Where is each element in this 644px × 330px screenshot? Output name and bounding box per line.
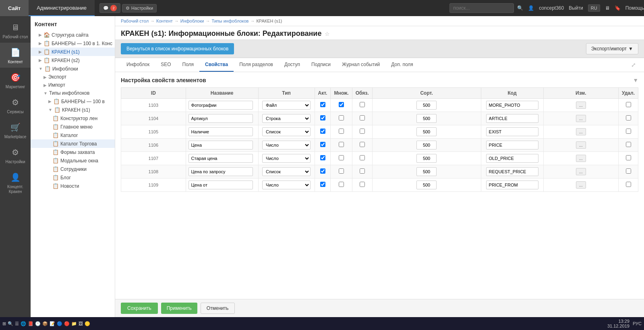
- nav-item-constructor[interactable]: 📋 Конструктор лен: [31, 114, 115, 122]
- tab-event-log[interactable]: Журнал событий: [336, 58, 385, 72]
- type-select[interactable]: ФайлСтрокаСписокЧислоЭлемент привязки: [262, 167, 311, 176]
- active-checkbox[interactable]: [320, 129, 325, 134]
- search-input[interactable]: [449, 3, 514, 13]
- name-input[interactable]: [188, 101, 253, 110]
- sort-input[interactable]: [416, 167, 437, 176]
- name-input[interactable]: [188, 114, 253, 123]
- taskbar-icon-4[interactable]: 📝: [50, 321, 55, 326]
- delete-checkbox[interactable]: [626, 115, 631, 120]
- favorite-star-icon[interactable]: ☆: [325, 31, 330, 37]
- breadcrumb-types[interactable]: Типы инфоблоков: [211, 19, 248, 23]
- edit-button[interactable]: ...: [576, 155, 586, 162]
- delete-checkbox[interactable]: [626, 142, 631, 147]
- tab-subscriptions[interactable]: Подписи: [306, 58, 336, 72]
- type-select[interactable]: ФайлСтрокаСписокЧислоЭлемент привязки: [262, 127, 311, 136]
- name-input[interactable]: [188, 141, 253, 149]
- nav-item-kraken-type[interactable]: ▼ 📋 КРАКЕН (s1): [31, 106, 115, 114]
- edit-button[interactable]: ...: [576, 181, 586, 189]
- back-button[interactable]: Вернуться в список информационных блоков: [121, 43, 234, 54]
- code-input[interactable]: [486, 167, 538, 176]
- code-input[interactable]: [486, 181, 538, 189]
- nav-item-catalog-trade[interactable]: 📋 Каталог Торгова: [31, 139, 115, 148]
- required-checkbox[interactable]: [360, 168, 365, 174]
- save-button[interactable]: Сохранить: [121, 303, 158, 314]
- sidebar-item-content[interactable]: 📄 Контент: [0, 43, 31, 68]
- multiple-checkbox[interactable]: [339, 142, 344, 147]
- apply-button[interactable]: Применить: [161, 303, 197, 314]
- nav-item-staff[interactable]: 📋 Сотрудники: [31, 165, 115, 173]
- sidebar-item-desktop[interactable]: 🖥 Рабочий стол: [0, 18, 31, 43]
- edit-button[interactable]: ...: [576, 128, 586, 135]
- multiple-checkbox[interactable]: [339, 182, 344, 187]
- type-select[interactable]: ФайлСтрокаСписокЧислоЭлемент привязки: [262, 141, 311, 149]
- tab-access[interactable]: Доступ: [279, 58, 306, 72]
- nav-item-news[interactable]: 📋 Новости: [31, 182, 115, 190]
- delete-checkbox[interactable]: [626, 155, 631, 160]
- search-taskbar-icon[interactable]: 🔍: [8, 321, 13, 326]
- active-checkbox[interactable]: [320, 102, 325, 107]
- edit-button[interactable]: ...: [576, 168, 586, 175]
- type-select[interactable]: ФайлСтрокаСписокЧислоЭлемент привязки: [262, 114, 311, 123]
- code-input[interactable]: [486, 141, 538, 149]
- sidebar-item-marketplace[interactable]: 🛒 Marketplace: [0, 118, 31, 143]
- admin-tab[interactable]: Администрирование: [29, 0, 95, 16]
- nav-item-blog[interactable]: 📋 Блог: [31, 173, 115, 182]
- name-input[interactable]: [188, 181, 253, 189]
- nav-item-modals[interactable]: 📋 Модальные окна: [31, 156, 115, 165]
- sidebar-item-concept[interactable]: 👤 Концепт. Кракен: [0, 168, 31, 197]
- code-input[interactable]: [486, 101, 538, 110]
- name-input[interactable]: [188, 154, 253, 163]
- taskbar-icon-3[interactable]: 📦: [42, 321, 48, 326]
- start-icon[interactable]: ⊞: [2, 321, 6, 326]
- nav-item-banners[interactable]: ▶ 📋 БАННЕРЫ — 100 в 1. Конс: [31, 39, 115, 48]
- sort-input[interactable]: [416, 141, 437, 149]
- edit-button[interactable]: ...: [576, 141, 586, 149]
- multiple-checkbox[interactable]: [339, 129, 344, 134]
- active-checkbox[interactable]: [320, 115, 325, 120]
- nav-item-catalog[interactable]: 📋 Каталог: [31, 131, 115, 139]
- search-icon[interactable]: 🔍: [517, 5, 523, 11]
- tab-fields[interactable]: Поля: [177, 58, 200, 72]
- edit-button[interactable]: ...: [576, 102, 586, 109]
- active-checkbox[interactable]: [320, 155, 325, 160]
- multiple-checkbox[interactable]: [339, 155, 344, 160]
- sort-input[interactable]: [416, 154, 437, 163]
- taskbar-clock-icon[interactable]: 🕐: [35, 321, 41, 326]
- code-input[interactable]: [486, 127, 538, 136]
- tab-seo[interactable]: SEO: [155, 58, 176, 72]
- site-tab[interactable]: Сайт: [0, 0, 29, 16]
- required-checkbox[interactable]: [360, 182, 365, 187]
- nav-item-main-menu[interactable]: 📋 Главное меню: [31, 122, 115, 131]
- lang-button[interactable]: RU: [588, 4, 600, 12]
- type-select[interactable]: ФайлСтрокаСписокЧислоЭлемент привязки: [262, 154, 311, 163]
- nav-item-export[interactable]: ▶ Экспорт: [31, 73, 115, 81]
- sort-input[interactable]: [416, 101, 437, 110]
- required-checkbox[interactable]: [360, 155, 365, 160]
- messages-button[interactable]: 💬 2: [99, 3, 120, 13]
- sidebar-item-marketing[interactable]: 🎯 Маркетинг: [0, 68, 31, 93]
- code-input[interactable]: [486, 154, 538, 163]
- required-checkbox[interactable]: [360, 142, 365, 147]
- taskbar-ie-icon[interactable]: 🌐: [21, 321, 26, 326]
- taskbar-icon-5[interactable]: 🔵: [57, 321, 62, 326]
- nav-item-forms[interactable]: 📋 Формы захвата: [31, 148, 115, 156]
- taskbar-icon-2[interactable]: 📕: [28, 321, 33, 326]
- taskbar-icon-6[interactable]: 🔴: [64, 321, 70, 326]
- sort-input[interactable]: [416, 181, 437, 189]
- nav-item-structure[interactable]: ▶ 🏠 Структура сайта: [31, 31, 115, 39]
- name-input[interactable]: [188, 167, 253, 176]
- type-select[interactable]: ФайлСтрокаСписокЧислоЭлемент привязки: [262, 101, 311, 110]
- tab-infoblock[interactable]: Инфоблок: [121, 58, 155, 72]
- edit-button[interactable]: ...: [576, 115, 586, 122]
- code-input[interactable]: [486, 114, 538, 123]
- nav-item-infoblocks[interactable]: ▼ 📋 Инфоблоки: [31, 64, 115, 73]
- nav-item-infoblock-types[interactable]: ▼ Типы инфоблоков: [31, 89, 115, 97]
- sidebar-item-services[interactable]: ⚙ Сервисы: [0, 93, 31, 118]
- nav-item-kraken-s1[interactable]: ▶ 📋 КРАКЕН (s1): [31, 48, 115, 56]
- tab-section-fields[interactable]: Поля разделов: [234, 58, 279, 72]
- type-select[interactable]: ФайлСтрокаСписокЧислоЭлемент привязки: [262, 181, 311, 189]
- help-link[interactable]: Помощь: [625, 5, 644, 11]
- cancel-button[interactable]: Отменить: [201, 303, 235, 314]
- taskbar-icon-1[interactable]: ☰: [15, 321, 19, 326]
- active-checkbox[interactable]: [320, 142, 325, 147]
